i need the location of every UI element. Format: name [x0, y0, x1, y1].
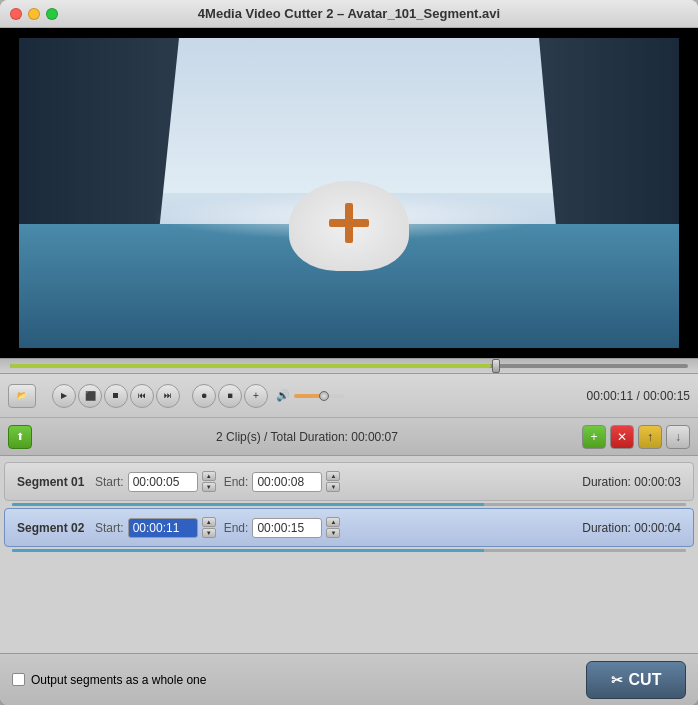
- duration-label: Duration:: [582, 521, 634, 535]
- appa-arrow: [329, 203, 369, 243]
- video-preview: [0, 28, 698, 358]
- mark-out-button[interactable]: ⏹: [218, 384, 242, 408]
- start-input[interactable]: [128, 518, 198, 538]
- timeline-track: [10, 364, 688, 368]
- start-label: Start:: [95, 521, 124, 535]
- volume-track[interactable]: [294, 394, 344, 398]
- end-label: End:: [224, 475, 249, 489]
- output-checkbox[interactable]: [12, 673, 25, 686]
- end-field: End: ▲ ▼: [224, 471, 341, 492]
- mark-controls: ⏺ ⏹ +: [192, 384, 268, 408]
- move-up-button[interactable]: ↑: [638, 425, 662, 449]
- rewind-button[interactable]: ⬛: [78, 384, 102, 408]
- add-clip-icon: +: [590, 430, 597, 444]
- segment-label: Segment 01: [17, 475, 87, 489]
- close-button[interactable]: [10, 8, 22, 20]
- volume-thumb[interactable]: [319, 391, 329, 401]
- cut-button-label: CUT: [629, 671, 662, 689]
- window-title: 4Media Video Cutter 2 – Avatar_101_Segme…: [198, 6, 500, 21]
- add-segment-button[interactable]: +: [244, 384, 268, 408]
- transport-controls: ▶ ⬛ ⏹ ⏮ ⏭: [52, 384, 180, 408]
- maximize-button[interactable]: [46, 8, 58, 20]
- play-icon: ▶: [61, 391, 67, 400]
- minimize-button[interactable]: [28, 8, 40, 20]
- rewind-icon: ⬛: [85, 391, 96, 401]
- appa-body: [289, 181, 409, 271]
- duration-value: 00:00:04: [634, 521, 681, 535]
- cross-vertical: [345, 203, 353, 243]
- output-option-area: Output segments as a whole one: [12, 673, 578, 687]
- mark-in-icon: ⏺: [201, 392, 208, 399]
- app-window: 4Media Video Cutter 2 – Avatar_101_Segme…: [0, 0, 698, 705]
- bottom-bar: Output segments as a whole one ✂ CUT: [0, 653, 698, 705]
- end-spinner[interactable]: ▲ ▼: [326, 517, 340, 538]
- prev-frame-icon: ⏮: [138, 391, 146, 400]
- segment-row[interactable]: Segment 01 Start: ▲ ▼ End: ▲ ▼ Duration:: [4, 462, 694, 501]
- collapse-button[interactable]: ⬆: [8, 425, 32, 449]
- prev-frame-button[interactable]: ⏮: [130, 384, 154, 408]
- segment-progress-bar: [12, 549, 686, 552]
- start-down[interactable]: ▼: [202, 482, 216, 492]
- volume-icon: 🔊: [276, 389, 290, 402]
- start-up[interactable]: ▲: [202, 471, 216, 481]
- cut-button[interactable]: ✂ CUT: [586, 661, 686, 699]
- open-file-button[interactable]: 📂: [8, 384, 36, 408]
- controls-bar: 📂 ▶ ⬛ ⏹ ⏮ ⏭ ⏺ ⏹: [0, 374, 698, 418]
- timeline-progress: [10, 364, 491, 368]
- start-spinner[interactable]: ▲ ▼: [202, 517, 216, 538]
- clips-bar: ⬆ 2 Clip(s) / Total Duration: 00:00:07 +…: [0, 418, 698, 456]
- end-down[interactable]: ▼: [326, 482, 340, 492]
- stop-icon: ⏹: [112, 391, 120, 400]
- next-frame-icon: ⏭: [164, 391, 172, 400]
- end-input[interactable]: [252, 518, 322, 538]
- duration-value: 00:00:03: [634, 475, 681, 489]
- start-spinner[interactable]: ▲ ▼: [202, 471, 216, 492]
- clips-actions: + ✕ ↑ ↓: [582, 425, 690, 449]
- scissors-icon: ✂: [611, 672, 623, 688]
- start-field: Start: ▲ ▼: [95, 517, 216, 538]
- end-up[interactable]: ▲: [326, 471, 340, 481]
- stop-button[interactable]: ⏹: [104, 384, 128, 408]
- end-down[interactable]: ▼: [326, 528, 340, 538]
- duration-info: Duration: 00:00:03: [582, 475, 681, 489]
- duration-label: Duration:: [582, 475, 634, 489]
- start-input[interactable]: [128, 472, 198, 492]
- delete-clip-button[interactable]: ✕: [610, 425, 634, 449]
- play-button[interactable]: ▶: [52, 384, 76, 408]
- traffic-lights: [10, 8, 58, 20]
- mark-out-icon: ⏹: [227, 392, 234, 399]
- move-down-icon: ↓: [675, 430, 681, 444]
- segment-label: Segment 02: [17, 521, 87, 535]
- start-label: Start:: [95, 475, 124, 489]
- start-field: Start: ▲ ▼: [95, 471, 216, 492]
- add-clip-button[interactable]: +: [582, 425, 606, 449]
- volume-control[interactable]: 🔊: [276, 389, 344, 402]
- segments-area: Segment 01 Start: ▲ ▼ End: ▲ ▼ Duration:: [0, 456, 698, 653]
- move-up-icon: ↑: [647, 430, 653, 444]
- end-field: End: ▲ ▼: [224, 517, 341, 538]
- folder-icon: 📂: [17, 391, 27, 400]
- output-label: Output segments as a whole one: [31, 673, 206, 687]
- mark-in-button[interactable]: ⏺: [192, 384, 216, 408]
- appa-character: [289, 181, 409, 271]
- start-up[interactable]: ▲: [202, 517, 216, 527]
- video-frame: [19, 38, 679, 348]
- segment-progress-bar: [12, 503, 686, 506]
- collapse-icon: ⬆: [16, 431, 24, 442]
- segment-row[interactable]: Segment 02 Start: ▲ ▼ End: ▲ ▼ Duration:: [4, 508, 694, 547]
- end-spinner[interactable]: ▲ ▼: [326, 471, 340, 492]
- next-frame-button[interactable]: ⏭: [156, 384, 180, 408]
- end-label: End:: [224, 521, 249, 535]
- time-display: 00:00:11 / 00:00:15: [587, 389, 690, 403]
- end-up[interactable]: ▲: [326, 517, 340, 527]
- add-icon: +: [253, 390, 259, 401]
- clips-info: 2 Clip(s) / Total Duration: 00:00:07: [32, 430, 582, 444]
- delete-clip-icon: ✕: [617, 430, 627, 444]
- end-input[interactable]: [252, 472, 322, 492]
- duration-info: Duration: 00:00:04: [582, 521, 681, 535]
- start-down[interactable]: ▼: [202, 528, 216, 538]
- timeline-thumb[interactable]: [492, 359, 500, 373]
- move-down-button[interactable]: ↓: [666, 425, 690, 449]
- timeline-bar[interactable]: [0, 358, 698, 374]
- titlebar: 4Media Video Cutter 2 – Avatar_101_Segme…: [0, 0, 698, 28]
